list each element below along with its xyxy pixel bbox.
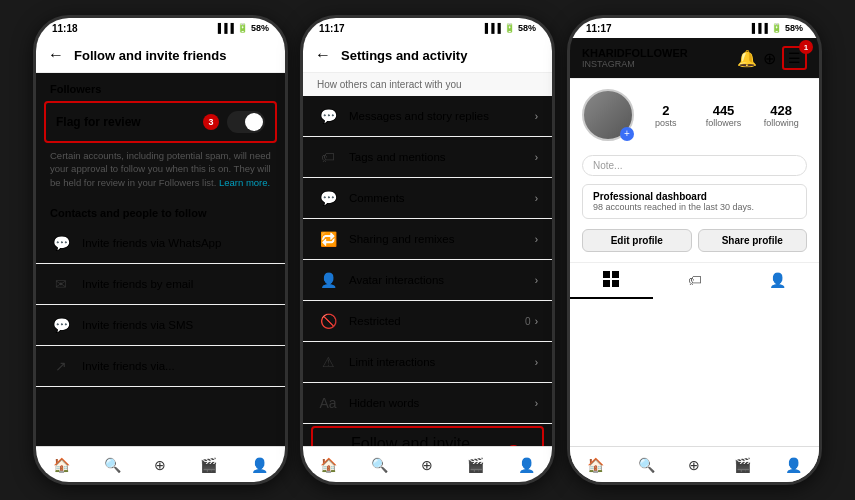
battery-icon-2: 🔋 xyxy=(504,23,515,33)
search-icon-3[interactable]: 🔍 xyxy=(638,457,655,473)
add-icon-2[interactable]: ⊕ xyxy=(421,457,433,473)
add-icon-3[interactable]: ⊕ xyxy=(688,457,700,473)
battery-icon-3: 🔋 xyxy=(771,23,782,33)
share-icon: ↗ xyxy=(50,355,72,377)
messages-replies[interactable]: 💬 Messages and story replies › xyxy=(303,96,552,137)
sub-username-display: INSTAGRAM xyxy=(582,59,688,69)
comments-label: Comments xyxy=(349,192,535,204)
chevron-icon-4: › xyxy=(535,234,538,245)
invite-other-label: Invite friends via... xyxy=(82,360,271,372)
tags-mentions[interactable]: 🏷 Tags and mentions › xyxy=(303,137,552,178)
followers-label: followers xyxy=(698,118,750,128)
menu-button-container: ☰ 1 xyxy=(782,46,807,70)
followers-stat: 445 followers xyxy=(698,103,750,128)
reels-icon-2[interactable]: 🎬 xyxy=(467,457,484,473)
time-3: 11:17 xyxy=(586,23,612,34)
status-bar-3: 11:17 ▐▐▐ 🔋 58% xyxy=(570,18,819,38)
add-icon-1[interactable]: ⊕ xyxy=(154,457,166,473)
reels-icon-1[interactable]: 🎬 xyxy=(200,457,217,473)
limit-icon: ⚠ xyxy=(317,351,339,373)
note-placeholder: Note... xyxy=(593,160,622,171)
home-icon-1[interactable]: 🏠 xyxy=(53,457,70,473)
bottom-nav-2: 🏠 🔍 ⊕ 🎬 👤 xyxy=(303,446,552,482)
limit-interactions[interactable]: ⚠ Limit interactions › xyxy=(303,342,552,383)
plus-icon[interactable]: ⊕ xyxy=(763,49,776,68)
invite-whatsapp[interactable]: 💬 Invite friends via WhatsApp xyxy=(36,223,285,264)
chevron-icon-3: › xyxy=(535,193,538,204)
bottom-nav-3: 🏠 🔍 ⊕ 🎬 👤 xyxy=(570,446,819,482)
learn-more-link[interactable]: Learn more. xyxy=(219,177,270,188)
profile-screen: 2 posts 445 followers 428 following Note… xyxy=(570,79,819,482)
flag-review-row: Flag for review 3 xyxy=(46,103,275,141)
username-display: KHARIDFOLLOWER xyxy=(582,47,688,59)
restricted-icon: 🚫 xyxy=(317,310,339,332)
tags-label: Tags and mentions xyxy=(349,151,535,163)
avatar-interactions[interactable]: 👤 Avatar interactions › xyxy=(303,260,552,301)
messages-icon: 💬 xyxy=(317,105,339,127)
tag-tab[interactable]: 🏷 xyxy=(653,263,736,299)
following-label: following xyxy=(755,118,807,128)
chevron-icon-8: › xyxy=(535,398,538,409)
time-1: 11:18 xyxy=(52,23,78,34)
home-icon-3[interactable]: 🏠 xyxy=(587,457,604,473)
restricted[interactable]: 🚫 Restricted 0 › xyxy=(303,301,552,342)
step-2-badge: 2 xyxy=(506,445,520,446)
note-bar[interactable]: Note... xyxy=(582,155,807,176)
hamburger-icon: ☰ xyxy=(788,50,801,66)
signal-icon: ▐▐▐ xyxy=(215,23,234,33)
search-icon-2[interactable]: 🔍 xyxy=(371,457,388,473)
hidden-label: Hidden words xyxy=(349,397,535,409)
profile-icon-3[interactable]: 👤 xyxy=(785,457,802,473)
collab-tab[interactable]: 👤 xyxy=(736,263,819,299)
battery-pct-3: 58% xyxy=(785,23,803,33)
profile-stats-row: 2 posts 445 followers 428 following xyxy=(570,79,819,151)
chevron-icon-9: › xyxy=(527,444,532,446)
messages-label: Messages and story replies xyxy=(349,110,535,122)
follow-friends-label: Follow and invite friends xyxy=(351,435,506,446)
content-2: How others can interact with you 💬 Messa… xyxy=(303,73,552,446)
reels-icon-3[interactable]: 🎬 xyxy=(734,457,751,473)
invite-sms[interactable]: 💬 Invite friends via SMS xyxy=(36,305,285,346)
follow-invite-friends-row[interactable]: 👥 Follow and invite friends 2 › xyxy=(311,426,544,446)
hidden-words[interactable]: Aa Hidden words › xyxy=(303,383,552,424)
invite-email[interactable]: ✉ Invite friends by email xyxy=(36,264,285,305)
phone-3: 11:17 ▐▐▐ 🔋 58% KHARIDFOLLOWER INSTAGRAM… xyxy=(567,15,822,485)
signal-icon-2: ▐▐▐ xyxy=(482,23,501,33)
how-interact-header: How others can interact with you xyxy=(303,73,552,96)
status-icons-3: ▐▐▐ 🔋 58% xyxy=(749,23,803,33)
profile-icon-1[interactable]: 👤 xyxy=(251,457,268,473)
restricted-badge: 0 xyxy=(525,316,531,327)
flag-review-description: Certain accounts, including potential sp… xyxy=(36,145,285,197)
dashboard-subtitle: 98 accounts reached in the last 30 days. xyxy=(593,202,796,212)
phone-1: 11:18 ▐▐▐ 🔋 58% ← Follow and invite frie… xyxy=(33,15,288,485)
flag-review-box: Flag for review 3 xyxy=(44,101,277,143)
back-button-2[interactable]: ← xyxy=(315,46,331,64)
invite-email-label: Invite friends by email xyxy=(82,278,271,290)
status-bar-1: 11:18 ▐▐▐ 🔋 58% xyxy=(36,18,285,38)
tags-icon: 🏷 xyxy=(317,146,339,168)
step-3-badge: 3 xyxy=(203,114,219,130)
notification-icon[interactable]: 🔔 xyxy=(737,49,757,68)
comments-item[interactable]: 💬 Comments › xyxy=(303,178,552,219)
limit-label: Limit interactions xyxy=(349,356,535,368)
time-2: 11:17 xyxy=(319,23,345,34)
home-icon-2[interactable]: 🏠 xyxy=(320,457,337,473)
invite-sms-label: Invite friends via SMS xyxy=(82,319,271,331)
edit-profile-button[interactable]: Edit profile xyxy=(582,229,692,252)
sharing-remixes[interactable]: 🔁 Sharing and remixes › xyxy=(303,219,552,260)
profile-icon-2[interactable]: 👤 xyxy=(518,457,535,473)
sharing-label: Sharing and remixes xyxy=(349,233,535,245)
whatsapp-icon: 💬 xyxy=(50,232,72,254)
contacts-section-header: Contacts and people to follow xyxy=(36,197,285,223)
svg-rect-1 xyxy=(612,271,619,278)
back-button-1[interactable]: ← xyxy=(48,46,64,64)
invite-other[interactable]: ↗ Invite friends via... xyxy=(36,346,285,387)
invite-whatsapp-label: Invite friends via WhatsApp xyxy=(82,237,271,249)
content-1: Followers Flag for review 3 Certain acco… xyxy=(36,73,285,446)
grid-tab[interactable] xyxy=(570,263,653,299)
battery-pct-1: 58% xyxy=(251,23,269,33)
flag-review-toggle[interactable] xyxy=(227,111,265,133)
share-profile-button[interactable]: Share profile xyxy=(698,229,808,252)
followers-section-header: Followers xyxy=(36,73,285,99)
search-icon-1[interactable]: 🔍 xyxy=(104,457,121,473)
